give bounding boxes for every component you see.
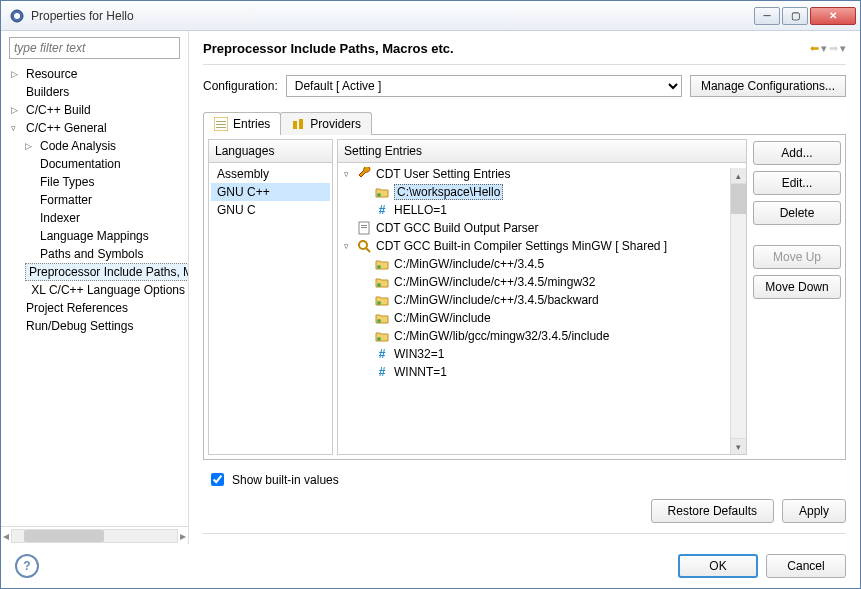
search-icon bbox=[356, 239, 372, 253]
tree-item[interactable]: ▿C/C++ General bbox=[5, 119, 188, 137]
forward-icon[interactable]: ➡ bbox=[829, 42, 838, 55]
show-builtin-checkbox[interactable] bbox=[211, 473, 224, 486]
properties-dialog: Properties for Hello ─ ▢ ✕ ▷ResourceBuil… bbox=[0, 0, 861, 589]
folder-icon bbox=[374, 275, 390, 289]
forward-menu-icon[interactable]: ▾ bbox=[840, 42, 846, 55]
maximize-button[interactable]: ▢ bbox=[782, 7, 808, 25]
hash-icon: # bbox=[374, 203, 390, 217]
entry-row[interactable]: CDT GCC Build Output Parser bbox=[338, 219, 746, 237]
restore-defaults-button[interactable]: Restore Defaults bbox=[651, 499, 774, 523]
nav-history: ⬅ ▾ ➡ ▾ bbox=[810, 42, 846, 55]
entries-tree[interactable]: ▿CDT User Setting EntriesC:\workspace\He… bbox=[338, 163, 746, 454]
providers-tab-icon bbox=[291, 117, 305, 131]
language-item[interactable]: Assembly bbox=[211, 165, 330, 183]
entry-row[interactable]: C:/MinGW/include bbox=[338, 309, 746, 327]
tab-providers-label: Providers bbox=[310, 117, 361, 131]
tree-item[interactable]: ▷Code Analysis bbox=[5, 137, 188, 155]
filter-input[interactable] bbox=[9, 37, 180, 59]
svg-line-13 bbox=[366, 248, 370, 252]
svg-rect-11 bbox=[361, 227, 367, 228]
svg-point-18 bbox=[377, 337, 381, 341]
config-select[interactable]: Default [ Active ] bbox=[286, 75, 682, 97]
languages-list[interactable]: AssemblyGNU C++GNU C bbox=[209, 163, 332, 454]
ok-button[interactable]: OK bbox=[678, 554, 758, 578]
tree-item[interactable]: Formatter bbox=[5, 191, 188, 209]
show-builtin-label: Show built-in values bbox=[232, 473, 339, 487]
entry-row[interactable]: C:/MinGW/include/c++/3.4.5/mingw32 bbox=[338, 273, 746, 291]
folder-icon bbox=[374, 293, 390, 307]
nav-tree[interactable]: ▷ResourceBuilders▷C/C++ Build▿C/C++ Gene… bbox=[1, 65, 188, 526]
entry-row[interactable]: #WINNT=1 bbox=[338, 363, 746, 381]
entries-panel: Setting Entries ▿CDT User Setting Entrie… bbox=[337, 139, 747, 455]
svg-point-1 bbox=[14, 13, 20, 19]
wrench-icon bbox=[356, 167, 372, 181]
edit-button[interactable]: Edit... bbox=[753, 171, 841, 195]
tree-item[interactable]: Language Mappings bbox=[5, 227, 188, 245]
tab-entries-label: Entries bbox=[233, 117, 270, 131]
languages-panel: Languages AssemblyGNU C++GNU C bbox=[208, 139, 333, 455]
delete-button[interactable]: Delete bbox=[753, 201, 841, 225]
svg-rect-5 bbox=[216, 127, 226, 128]
svg-point-17 bbox=[377, 319, 381, 323]
tree-item[interactable]: File Types bbox=[5, 173, 188, 191]
languages-header: Languages bbox=[209, 140, 332, 163]
tree-item[interactable]: Preprocessor Include Paths, Macros etc. bbox=[5, 263, 188, 281]
svg-rect-7 bbox=[299, 119, 303, 129]
doc-icon bbox=[356, 221, 372, 235]
folder-icon bbox=[374, 329, 390, 343]
svg-rect-4 bbox=[216, 124, 226, 125]
tree-item[interactable]: Indexer bbox=[5, 209, 188, 227]
app-icon bbox=[9, 8, 25, 24]
entries-header: Setting Entries bbox=[338, 140, 746, 163]
tab-providers[interactable]: Providers bbox=[280, 112, 372, 135]
minimize-button[interactable]: ─ bbox=[754, 7, 780, 25]
manage-config-button[interactable]: Manage Configurations... bbox=[690, 75, 846, 97]
config-label: Configuration: bbox=[203, 79, 278, 93]
svg-rect-6 bbox=[293, 121, 297, 129]
titlebar: Properties for Hello ─ ▢ ✕ bbox=[1, 1, 860, 31]
language-item[interactable]: GNU C bbox=[211, 201, 330, 219]
svg-point-12 bbox=[359, 241, 367, 249]
svg-point-8 bbox=[377, 193, 381, 197]
cancel-button[interactable]: Cancel bbox=[766, 554, 846, 578]
entry-row[interactable]: #HELLO=1 bbox=[338, 201, 746, 219]
folder-icon bbox=[374, 257, 390, 271]
svg-point-14 bbox=[377, 265, 381, 269]
entry-row[interactable]: ▿CDT User Setting Entries bbox=[338, 165, 746, 183]
svg-point-16 bbox=[377, 301, 381, 305]
entries-tab-icon bbox=[214, 117, 228, 131]
tree-item[interactable]: Builders bbox=[5, 83, 188, 101]
page-title: Preprocessor Include Paths, Macros etc. bbox=[203, 41, 454, 56]
tree-item[interactable]: Documentation bbox=[5, 155, 188, 173]
sidebar-scrollbar[interactable]: ◂▸ bbox=[1, 526, 188, 544]
tree-item[interactable]: XL C/C++ Language Options bbox=[5, 281, 188, 299]
folder-icon bbox=[374, 311, 390, 325]
entry-row[interactable]: C:/MinGW/include/c++/3.4.5/backward bbox=[338, 291, 746, 309]
close-button[interactable]: ✕ bbox=[810, 7, 856, 25]
tree-item[interactable]: ▷Resource bbox=[5, 65, 188, 83]
move-up-button[interactable]: Move Up bbox=[753, 245, 841, 269]
tree-item[interactable]: ▷C/C++ Build bbox=[5, 101, 188, 119]
hash-icon: # bbox=[374, 347, 390, 361]
tree-item[interactable]: Paths and Symbols bbox=[5, 245, 188, 263]
sidebar: ▷ResourceBuilders▷C/C++ Build▿C/C++ Gene… bbox=[1, 31, 189, 544]
entry-row[interactable]: C:/MinGW/include/c++/3.4.5 bbox=[338, 255, 746, 273]
entry-row[interactable]: ▿CDT GCC Built-in Compiler Settings MinG… bbox=[338, 237, 746, 255]
window-title: Properties for Hello bbox=[31, 9, 754, 23]
svg-point-15 bbox=[377, 283, 381, 287]
back-menu-icon[interactable]: ▾ bbox=[821, 42, 827, 55]
entry-row[interactable]: #WIN32=1 bbox=[338, 345, 746, 363]
add-button[interactable]: Add... bbox=[753, 141, 841, 165]
tree-item[interactable]: Run/Debug Settings bbox=[5, 317, 188, 335]
entry-row[interactable]: C:\workspace\Hello bbox=[338, 183, 746, 201]
move-down-button[interactable]: Move Down bbox=[753, 275, 841, 299]
tree-item[interactable]: Project References bbox=[5, 299, 188, 317]
help-icon[interactable]: ? bbox=[15, 554, 39, 578]
entry-row[interactable]: C:/MinGW/lib/gcc/mingw32/3.4.5/include bbox=[338, 327, 746, 345]
entries-scrollbar[interactable]: ▴▾ bbox=[730, 168, 746, 454]
tab-entries[interactable]: Entries bbox=[203, 112, 281, 135]
language-item[interactable]: GNU C++ bbox=[211, 183, 330, 201]
apply-button[interactable]: Apply bbox=[782, 499, 846, 523]
tab-bar: Entries Providers bbox=[203, 111, 846, 135]
back-icon[interactable]: ⬅ bbox=[810, 42, 819, 55]
